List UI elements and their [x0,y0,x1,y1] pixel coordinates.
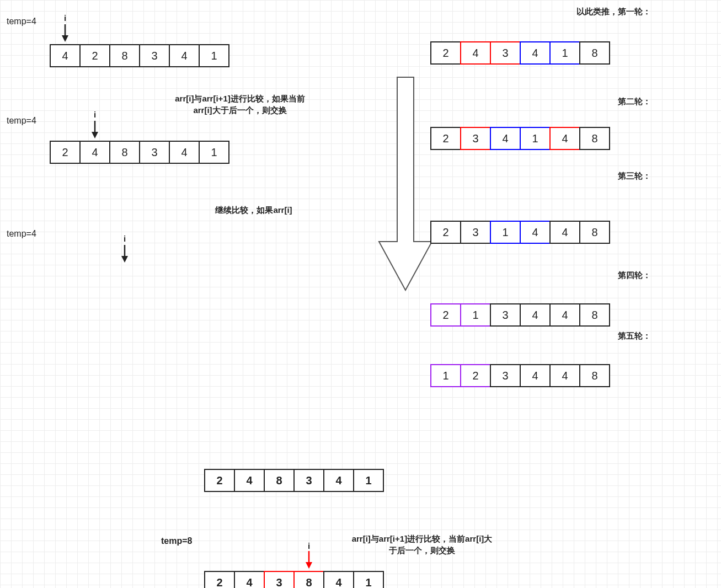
round-label: 第三轮： [430,171,651,181]
array-cell: 1 [549,41,580,65]
array-cell: 2 [204,469,235,492]
array-cell: 4 [520,364,551,387]
array-cell: 8 [579,221,610,244]
array-cell: 4 [549,127,580,150]
array-cell: 4 [79,141,110,164]
svg-marker-3 [92,132,98,138]
array-cell: 3 [490,303,521,327]
pointer-i-arrow [90,120,99,141]
array-cell: 3 [460,221,491,244]
array-row-step: 428341 [50,44,229,67]
array-cell: 4 [169,44,200,67]
array-cell: 1 [460,303,491,327]
array-cell: 3 [490,41,521,65]
temp-label: temp=8 [161,535,192,547]
array-row-round: 234148 [430,127,610,150]
array-cell: 8 [109,44,140,67]
array-row-step: 248341 [204,469,384,492]
array-cell: 4 [520,221,551,244]
array-cell: 3 [460,127,491,150]
temp-label: temp=4 [7,17,36,26]
array-cell: 8 [579,41,610,65]
array-cell: 4 [169,141,200,164]
array-row-round: 231448 [430,221,610,244]
array-cell: 4 [520,41,551,65]
array-cell: 1 [430,364,461,387]
round-label: 以此类推，第一轮： [430,7,651,17]
array-cell: 4 [234,469,265,492]
array-row-step: 243841 [204,571,384,588]
array-cell: 1 [353,469,384,492]
array-cell: 3 [490,364,521,387]
array-cell: 2 [430,41,461,65]
array-cell: 1 [353,571,384,588]
array-cell: 2 [430,221,461,244]
array-cell: 4 [323,571,354,588]
svg-marker-7 [306,562,312,569]
array-cell: 8 [264,469,295,492]
pointer-i-label: i [61,13,70,23]
array-cell: 3 [293,469,324,492]
array-cell: 4 [50,44,81,67]
step-note: arr[i]与arr[i+1]进行比较，如果当前arr[i]大于后一个，则交换 [168,93,312,116]
step-note: 继续比较，如果arr[i] 248341 temp=8i arr[i]与arr[… [154,204,353,216]
array-cell: 8 [579,364,610,387]
array-cell: 1 [520,127,551,150]
pointer-i-arrow [61,23,70,45]
array-row-round: 213448 [430,303,610,327]
array-row-round: 123448 [430,364,610,387]
array-cell: 4 [549,221,580,244]
array-cell: 2 [430,127,461,150]
pointer-i-label: i [90,110,99,119]
array-row-step: 248341 [50,141,229,164]
array-cell: 4 [549,364,580,387]
big-arrow-down [378,76,433,293]
array-cell: 4 [323,469,354,492]
temp-label: temp=4 [7,229,36,239]
array-cell: 2 [79,44,110,67]
array-cell: 1 [490,221,521,244]
array-cell: 8 [579,127,610,150]
array-cell: 8 [579,303,610,327]
array-cell: 2 [204,571,235,588]
array-row-round: 243418 [430,41,610,65]
array-cell: 1 [199,44,229,67]
pointer-i-arrow [120,244,129,265]
pointer-i-arrow [305,550,313,573]
temp-label: temp=4 [7,116,36,126]
array-cell: 4 [490,127,521,150]
array-cell: 1 [199,141,229,164]
svg-marker-1 [62,35,68,42]
array-cell: 4 [549,303,580,327]
step-note: arr[i]与arr[i+1]进行比较，当前arr[i]大于后一个，则交换 [350,533,494,556]
array-cell: 3 [139,141,170,164]
array-cell: 3 [264,571,295,588]
array-cell: 8 [293,571,324,588]
array-cell: 2 [460,364,491,387]
svg-marker-5 [121,256,128,263]
array-cell: 4 [460,41,491,65]
array-cell: 8 [109,141,140,164]
round-label: 第五轮： [430,331,651,341]
round-label: 第四轮： [430,270,651,281]
array-cell: 4 [520,303,551,327]
array-cell: 2 [430,303,461,327]
array-cell: 2 [50,141,81,164]
round-label: 第二轮： [430,97,651,107]
array-cell: 4 [234,571,265,588]
array-cell: 3 [139,44,170,67]
pointer-i-label: i [120,234,129,243]
